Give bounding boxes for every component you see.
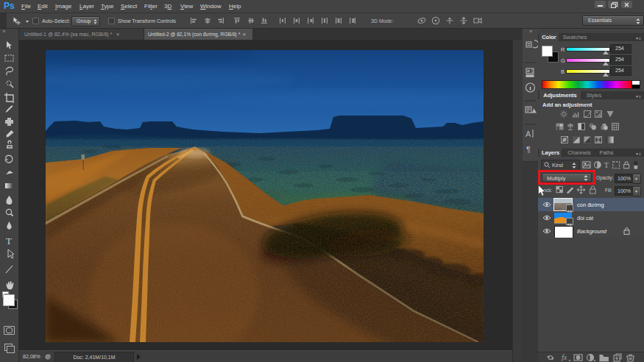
svg-text:fx: fx bbox=[562, 353, 567, 361]
svg-text:¶: ¶ bbox=[526, 145, 531, 154]
svg-text:T: T bbox=[6, 235, 12, 246]
svg-text:A: A bbox=[526, 129, 531, 138]
svg-text:T: T bbox=[604, 161, 609, 169]
